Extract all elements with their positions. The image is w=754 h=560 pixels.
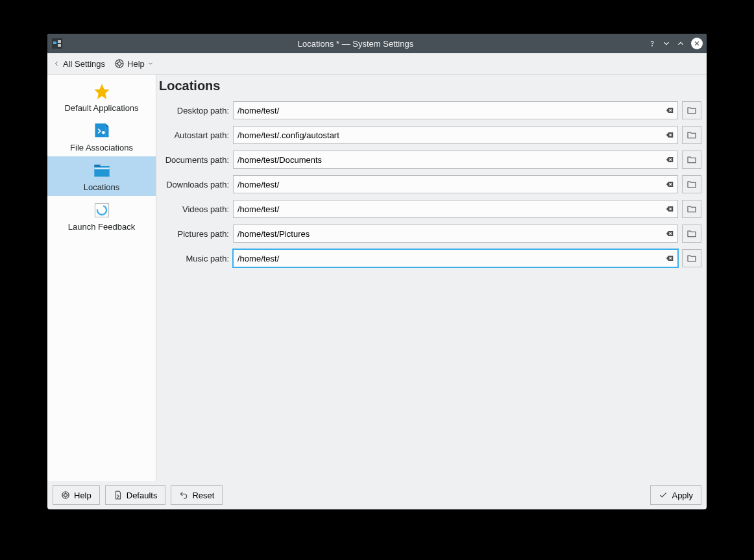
svg-rect-16 <box>105 127 108 137</box>
all-settings-button[interactable]: All Settings <box>53 59 105 69</box>
path-row: Documents path: <box>159 151 701 169</box>
help-menu-button[interactable]: Help <box>114 58 154 69</box>
path-input-wrap <box>233 200 678 218</box>
undo-icon <box>179 491 188 500</box>
help-titlebar-icon[interactable] <box>646 37 659 50</box>
toolbar: All Settings Help <box>47 53 707 75</box>
reset-button-label: Reset <box>192 491 214 500</box>
page-title: Locations <box>159 79 701 93</box>
locations-icon <box>91 160 112 181</box>
svg-point-4 <box>652 45 653 46</box>
sidebar-item-label: Locations <box>84 182 120 192</box>
window-title: Locations * — System Settings <box>67 39 644 49</box>
apply-button-label: Apply <box>672 491 693 500</box>
help-button[interactable]: Help <box>53 485 100 505</box>
chevron-left-icon <box>53 60 60 67</box>
svg-rect-20 <box>94 167 109 169</box>
sidebar-item-label: File Associations <box>70 143 133 152</box>
path-input-wrap <box>233 126 678 144</box>
clear-icon[interactable] <box>664 252 675 264</box>
main-panel: Locations Desktop path:Autostart path:Do… <box>156 75 707 481</box>
svg-point-17 <box>102 131 105 134</box>
clear-icon[interactable] <box>664 178 675 190</box>
browse-button[interactable] <box>682 101 701 119</box>
browse-button[interactable] <box>682 151 701 169</box>
sidebar-item-launch-feedback[interactable]: Launch Feedback <box>47 196 156 236</box>
browse-button[interactable] <box>682 225 701 243</box>
clear-icon[interactable] <box>664 203 675 215</box>
path-row: Downloads path: <box>159 175 701 193</box>
sidebar: Default Applications File Associations L… <box>47 75 156 481</box>
browse-button[interactable] <box>682 126 701 144</box>
apply-button[interactable]: Apply <box>650 485 701 505</box>
path-label: Documents path: <box>159 155 233 165</box>
folder-icon <box>687 204 697 214</box>
clear-icon[interactable] <box>664 154 675 165</box>
path-label: Music path: <box>159 254 233 263</box>
path-input[interactable] <box>233 175 678 193</box>
svg-point-38 <box>64 494 67 497</box>
svg-rect-2 <box>58 40 61 43</box>
svg-marker-13 <box>94 84 109 99</box>
folder-icon <box>687 130 697 140</box>
path-input-wrap <box>233 225 678 243</box>
svg-rect-3 <box>58 44 61 47</box>
help-icon <box>61 491 70 500</box>
sidebar-item-file-associations[interactable]: File Associations <box>47 117 156 156</box>
sidebar-item-label: Launch Feedback <box>68 222 135 232</box>
reset-button[interactable]: Reset <box>171 485 223 505</box>
clear-icon[interactable] <box>664 104 675 116</box>
check-icon <box>659 491 668 500</box>
path-input-wrap <box>233 151 678 169</box>
path-input[interactable] <box>233 249 678 267</box>
file-assoc-icon <box>91 121 112 141</box>
help-icon <box>114 58 125 69</box>
help-menu-label: Help <box>127 59 145 69</box>
svg-point-8 <box>117 62 121 65</box>
launch-feedback-icon <box>91 200 112 221</box>
settings-window: Locations * — System Settings All Settin… <box>47 34 707 509</box>
titlebar: Locations * — System Settings <box>47 34 707 53</box>
folder-icon <box>687 154 697 165</box>
browse-button[interactable] <box>682 175 701 193</box>
path-input[interactable] <box>233 126 678 144</box>
svg-rect-1 <box>53 42 56 44</box>
path-label: Desktop path: <box>159 106 233 116</box>
minimize-icon[interactable] <box>660 37 673 50</box>
path-row: Pictures path: <box>159 225 701 243</box>
path-row: Desktop path: <box>159 101 701 119</box>
sidebar-item-default-applications[interactable]: Default Applications <box>47 77 156 117</box>
svg-marker-15 <box>105 123 108 127</box>
maximize-icon[interactable] <box>674 37 687 50</box>
path-row: Music path: <box>159 249 701 267</box>
browse-button[interactable] <box>682 200 701 218</box>
star-icon <box>91 81 112 102</box>
folder-icon <box>687 105 697 116</box>
sidebar-item-label: Default Applications <box>64 103 138 113</box>
browse-button[interactable] <box>682 249 701 267</box>
clear-icon[interactable] <box>664 129 675 141</box>
path-row: Autostart path: <box>159 126 701 144</box>
app-icon <box>51 38 63 49</box>
path-input[interactable] <box>233 151 678 169</box>
path-label: Autostart path: <box>159 130 233 140</box>
document-icon <box>114 491 123 500</box>
clear-icon[interactable] <box>664 228 675 239</box>
path-input-wrap <box>233 249 678 267</box>
folder-icon <box>687 228 697 239</box>
defaults-button-label: Defaults <box>127 491 158 500</box>
close-icon[interactable] <box>691 38 703 49</box>
path-label: Videos path: <box>159 204 233 214</box>
defaults-button[interactable]: Defaults <box>105 485 166 505</box>
sidebar-item-locations[interactable]: Locations <box>47 156 156 196</box>
folder-icon <box>687 253 697 263</box>
all-settings-label: All Settings <box>63 59 105 69</box>
path-input[interactable] <box>233 101 678 119</box>
folder-icon <box>687 179 697 189</box>
path-row: Videos path: <box>159 200 701 218</box>
footer: Help Defaults Reset Apply <box>47 481 707 509</box>
path-input[interactable] <box>233 225 678 243</box>
path-input[interactable] <box>233 200 678 218</box>
path-input-wrap <box>233 101 678 119</box>
chevron-down-icon <box>147 60 154 67</box>
